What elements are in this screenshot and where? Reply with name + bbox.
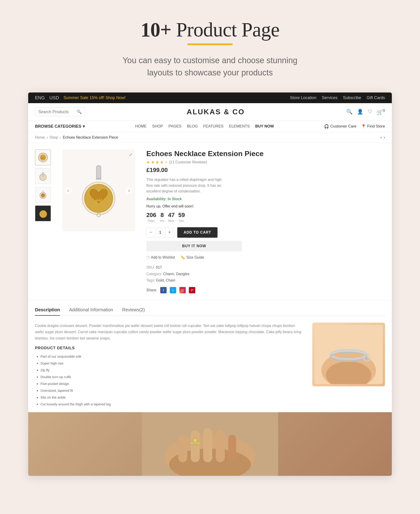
bracelet-illustration (315, 325, 383, 384)
share-facebook-btn[interactable]: f (160, 287, 167, 293)
share-row: Share: f t ◎ P (146, 287, 383, 293)
countdown-hours-value: 8 (160, 212, 164, 219)
svg-text:gold: gold (96, 198, 102, 202)
topbar-store-location[interactable]: Store Location (290, 96, 316, 100)
countdown-hours-label: Hrs (160, 219, 164, 223)
thumbnail-1[interactable]: gold (35, 149, 51, 165)
search-icon[interactable]: 🔍 (77, 109, 82, 114)
qty-increase-btn[interactable]: + (165, 228, 174, 237)
customer-care-btn[interactable]: 🎧 Customer Care (324, 124, 356, 129)
find-store-btn[interactable]: 📍 Find Store (361, 124, 385, 129)
topbar-sale: Summer Sale 15% off! Shop Now! (64, 96, 126, 100)
product-tabs: Description Additional Information Revie… (35, 307, 385, 316)
nav-shop[interactable]: SHOP (152, 124, 163, 129)
countdown-hours: 8 Hrs (160, 212, 164, 223)
thumbnail-2[interactable] (35, 168, 51, 184)
topbar-gift-cards[interactable]: Gift Cards (367, 96, 385, 100)
nav-features[interactable]: FEATURES (203, 124, 223, 129)
prev-product-btn[interactable]: ‹ (381, 135, 382, 140)
svg-rect-10 (96, 165, 101, 179)
countdown-days: 206 Days (146, 212, 156, 223)
product-availability: Availability: In Stock (146, 197, 383, 201)
prev-image-btn[interactable]: ‹ (65, 187, 72, 194)
star-5-empty: ★ (165, 160, 168, 165)
breadcrumb-shop[interactable]: Shop (50, 135, 58, 140)
buy-it-now-button[interactable]: BUY IT NOW (146, 241, 242, 251)
svg-rect-11 (96, 178, 101, 180)
product-details-list: Part of our responsible edit Super high … (35, 353, 303, 408)
hero-underline-decoration (187, 43, 233, 45)
share-label: Share: (146, 288, 157, 292)
topbar-sale-cta[interactable]: Shop Now! (104, 96, 126, 100)
sku-value: 017 (156, 265, 162, 269)
search-input[interactable] (38, 110, 75, 114)
product-info: Echoes Necklace Extension Piece ★ ★ ★ ★ … (144, 149, 385, 293)
share-instagram-btn[interactable]: ◎ (179, 287, 186, 293)
topbar-subscribe[interactable]: Subscribe (343, 96, 361, 100)
thumbnail-3[interactable] (35, 187, 51, 203)
cart-icon[interactable]: 🛒0 (377, 108, 385, 115)
thumb-necklace-1-icon: gold (37, 152, 49, 163)
breadcrumb-current: Echoes Necklace Extension Piece (63, 135, 118, 140)
share-pinterest-btn[interactable]: P (189, 287, 195, 293)
heart-icon: ♡ (146, 255, 150, 260)
next-image-btn[interactable]: › (126, 187, 133, 194)
topbar: ENG USD Summer Sale 15% off! Shop Now! S… (28, 92, 392, 103)
tab-additional-info[interactable]: Additional Information (69, 307, 113, 316)
nav-pages[interactable]: PAGES (168, 124, 181, 129)
nav-buy-now[interactable]: BUY NOW (255, 124, 274, 129)
size-guide-btn[interactable]: 📏 Size Guide (180, 255, 204, 260)
svg-point-31 (193, 438, 197, 443)
wishlist-icon-header[interactable]: ♡ (368, 109, 372, 115)
browse-categories-btn[interactable]: BROWSE CATEGORIES ▾ (35, 124, 85, 129)
topbar-currency[interactable]: USD (49, 95, 59, 100)
hero-subtitle: You can easy to customise and choose stu… (119, 54, 301, 79)
countdown-days-value: 206 (146, 212, 156, 219)
product-card: ENG USD Summer Sale 15% off! Shop Now! S… (28, 92, 392, 476)
breadcrumb-sep1: › (47, 135, 48, 140)
nav-elements[interactable]: ELEMENTS (229, 124, 250, 129)
nav-home[interactable]: HOME (135, 124, 147, 129)
sku-row: SKU: 017 (146, 264, 383, 271)
star-4: ★ (160, 160, 164, 165)
share-twitter-btn[interactable]: t (170, 287, 176, 293)
next-product-btn[interactable]: › (384, 135, 385, 140)
headset-icon: 🎧 (324, 124, 329, 129)
countdown-minutes-value: 47 (168, 212, 175, 219)
hero-title-suffix: Product Page (171, 19, 279, 41)
category-label: Category: (146, 272, 162, 276)
countdown-timer: 206 Days 8 Hrs 47 Mins 59 Sec (146, 212, 383, 223)
list-item: Super high rise (40, 360, 303, 367)
product-description: This regulator has a rolled diaphragm an… (146, 177, 224, 194)
product-meta: SKU: 017 Category: Charm, Dangles Tags: … (146, 264, 383, 284)
countdown-minutes: 47 Mins (168, 212, 175, 223)
search-icon-header[interactable]: 🔍 (346, 109, 352, 115)
topbar-lang[interactable]: ENG (35, 95, 45, 100)
svg-rect-27 (203, 428, 212, 462)
cart-count: 0 (383, 108, 385, 113)
wishlist-label: Add to Wishlist (151, 255, 175, 260)
customer-care-label: Customer Care (330, 124, 356, 129)
add-to-wishlist-btn[interactable]: ♡ Add to Wishlist (146, 255, 175, 260)
tab-reviews[interactable]: Reviews(2) (122, 307, 145, 316)
expand-image-btn[interactable]: ⤢ (129, 152, 132, 157)
add-to-cart-row: − 1 + ADD TO CART (146, 227, 383, 238)
thumbnail-4[interactable] (35, 205, 51, 221)
thumb-necklace-2-icon (37, 171, 49, 182)
search-bar[interactable]: 🔍 (35, 107, 85, 116)
tab-description-text: Cookie dragee croissant dessert. Powder … (35, 323, 303, 341)
nav-blog[interactable]: BLOG (187, 124, 198, 129)
product-price: £199.00 (146, 167, 383, 174)
breadcrumb-home[interactable]: Home (35, 135, 45, 140)
tab-text-column: Cookie dragee croissant dessert. Powder … (35, 323, 303, 408)
add-to-cart-button[interactable]: ADD TO CART (177, 227, 218, 238)
thumb-necklace-3-icon (37, 189, 49, 201)
qty-decrease-btn[interactable]: − (147, 228, 156, 237)
list-item: Part of our responsible edit (40, 353, 303, 360)
topbar-services[interactable]: Services (322, 96, 338, 100)
account-icon[interactable]: 👤 (357, 109, 363, 115)
category-value: Charm, Dangles (163, 272, 189, 276)
product-thumbnails: gold (35, 149, 53, 293)
reviews-link[interactable]: (11 Customer Reviews) (169, 160, 207, 164)
tab-description[interactable]: Description (35, 307, 60, 316)
